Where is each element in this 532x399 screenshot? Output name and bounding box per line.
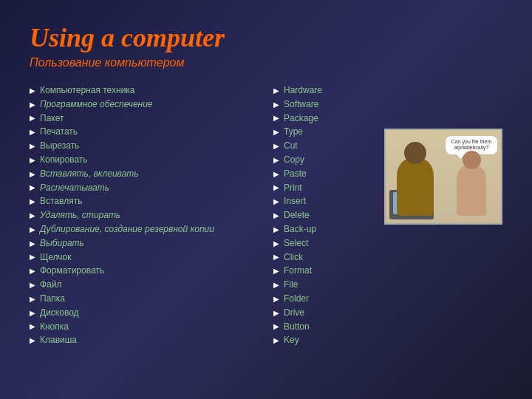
list-item: ▶Вставлять, вклеивать bbox=[30, 168, 259, 180]
bullet-icon: ▶ bbox=[30, 183, 35, 191]
list-item: ▶Папка bbox=[30, 293, 259, 305]
list-item: ▶Кнопка bbox=[30, 321, 259, 333]
list-item-text: Печатать bbox=[40, 126, 78, 138]
bullet-icon: ▶ bbox=[30, 281, 35, 289]
list-item-text: Копировать bbox=[40, 154, 88, 166]
list-item-text: Удалять, стирать bbox=[40, 209, 120, 222]
content-area: ▶Компьютерная техника▶Программное обеспе… bbox=[30, 84, 502, 348]
list-item-text: Button bbox=[284, 321, 310, 333]
bullet-icon: ▶ bbox=[273, 156, 279, 164]
list-item: ▶Печатать bbox=[30, 126, 259, 138]
list-item: ▶Удалять, стирать bbox=[30, 209, 259, 222]
person1-figure bbox=[397, 157, 434, 216]
list-item-text: Программное обеспечение bbox=[40, 98, 153, 111]
bullet-icon: ▶ bbox=[30, 128, 35, 136]
bullet-icon: ▶ bbox=[30, 309, 35, 317]
list-item: ▶Format bbox=[273, 265, 502, 277]
list-item-text: Package bbox=[284, 112, 318, 125]
photo-scene: Can you file them alphabetically? bbox=[386, 130, 501, 223]
bullet-icon: ▶ bbox=[273, 239, 279, 248]
list-item: ▶Щелчок bbox=[30, 251, 259, 264]
list-item: ▶Вырезать bbox=[30, 140, 259, 152]
bullet-icon: ▶ bbox=[30, 156, 35, 164]
list-item-text: Вставлять bbox=[40, 195, 82, 208]
bullet-icon: ▶ bbox=[30, 114, 35, 122]
list-item-text: Файл bbox=[40, 279, 62, 291]
list-item-text: Click bbox=[284, 251, 303, 264]
page-subtitle: Пользование компьютером bbox=[30, 56, 502, 69]
list-item-text: Выбирать bbox=[40, 237, 84, 250]
bullet-icon: ▶ bbox=[273, 253, 279, 261]
list-item-text: Вставлять, вклеивать bbox=[40, 168, 139, 180]
list-item-text: Компьютерная техника bbox=[40, 84, 135, 97]
list-item: ▶File bbox=[273, 279, 502, 291]
list-item-text: Дублирование, создание резервной копии bbox=[40, 223, 214, 236]
list-item: ▶Drive bbox=[273, 307, 502, 319]
list-item: ▶Click bbox=[273, 251, 502, 264]
bullet-icon: ▶ bbox=[30, 86, 35, 95]
list-item-text: Щелчок bbox=[40, 251, 71, 264]
bullet-icon: ▶ bbox=[273, 170, 279, 178]
bullet-icon: ▶ bbox=[273, 128, 279, 136]
list-item-text: Paste bbox=[284, 168, 307, 180]
bullet-icon: ▶ bbox=[30, 211, 35, 219]
list-item-text: Cut bbox=[284, 140, 298, 152]
list-item-text: Key bbox=[284, 334, 299, 347]
list-item-text: Software bbox=[284, 98, 318, 111]
list-item: ▶Key bbox=[273, 334, 502, 347]
bullet-icon: ▶ bbox=[273, 183, 279, 191]
list-item-text: Print bbox=[284, 182, 302, 194]
page: Using a computer Пользование компьютером… bbox=[0, 0, 532, 399]
list-item: ▶Folder bbox=[273, 293, 502, 305]
bullet-icon: ▶ bbox=[273, 86, 279, 95]
list-item-text: Распечатывать bbox=[40, 182, 109, 194]
list-item: ▶Button bbox=[273, 321, 502, 333]
bullet-icon: ▶ bbox=[273, 211, 279, 219]
list-item-text: Пакет bbox=[40, 112, 64, 125]
bullet-icon: ▶ bbox=[273, 114, 279, 122]
list-item-text: Кнопка bbox=[40, 321, 69, 333]
list-item-text: Folder bbox=[284, 293, 309, 305]
bullet-icon: ▶ bbox=[30, 267, 35, 275]
bullet-icon: ▶ bbox=[273, 267, 279, 275]
list-item-text: Insert bbox=[284, 195, 306, 208]
bullet-icon: ▶ bbox=[273, 197, 279, 205]
list-item: ▶Клавиша bbox=[30, 334, 259, 347]
list-item-text: Delete bbox=[284, 209, 310, 222]
list-item: ▶Дисковод bbox=[30, 307, 259, 319]
list-item: ▶Hardware bbox=[273, 84, 502, 97]
bullet-icon: ▶ bbox=[30, 100, 35, 109]
list-item-text: Вырезать bbox=[40, 140, 79, 152]
list-item: ▶Компьютерная техника bbox=[30, 84, 259, 97]
right-column: ▶Hardware▶Software▶Package▶Type▶Cut▶Copy… bbox=[273, 84, 502, 348]
list-item-text: Папка bbox=[40, 293, 65, 305]
list-item: ▶Распечатывать bbox=[30, 182, 259, 194]
list-item: ▶Пакет bbox=[30, 112, 259, 125]
list-item: ▶Программное обеспечение bbox=[30, 98, 259, 111]
bullet-icon: ▶ bbox=[30, 322, 35, 330]
bullet-icon: ▶ bbox=[273, 309, 279, 317]
bullet-icon: ▶ bbox=[30, 142, 35, 150]
list-item-text: Форматировать bbox=[40, 265, 104, 277]
person2-figure bbox=[457, 164, 486, 216]
list-item-text: Back-up bbox=[284, 223, 316, 236]
list-item-text: Select bbox=[284, 237, 308, 250]
bullet-icon: ▶ bbox=[273, 100, 279, 109]
bullet-icon: ▶ bbox=[30, 197, 35, 205]
list-item: ▶Back-up bbox=[273, 223, 502, 236]
photo-container: Can you file them alphabetically? bbox=[384, 129, 502, 225]
page-title: Using a computer bbox=[30, 22, 502, 53]
list-item: ▶Software bbox=[273, 98, 502, 111]
bullet-icon: ▶ bbox=[273, 336, 279, 344]
list-item-text: Hardware bbox=[284, 84, 322, 97]
bullet-icon: ▶ bbox=[273, 295, 279, 303]
bullet-icon: ▶ bbox=[273, 322, 279, 330]
list-item-text: Type bbox=[284, 126, 303, 138]
list-item-text: Клавиша bbox=[40, 334, 77, 347]
bullet-icon: ▶ bbox=[30, 225, 35, 233]
bullet-icon: ▶ bbox=[273, 281, 279, 289]
list-item: ▶Вставлять bbox=[30, 195, 259, 208]
list-item: ▶Форматировать bbox=[30, 265, 259, 277]
bullet-icon: ▶ bbox=[30, 336, 35, 344]
list-item-text: File bbox=[284, 279, 298, 291]
